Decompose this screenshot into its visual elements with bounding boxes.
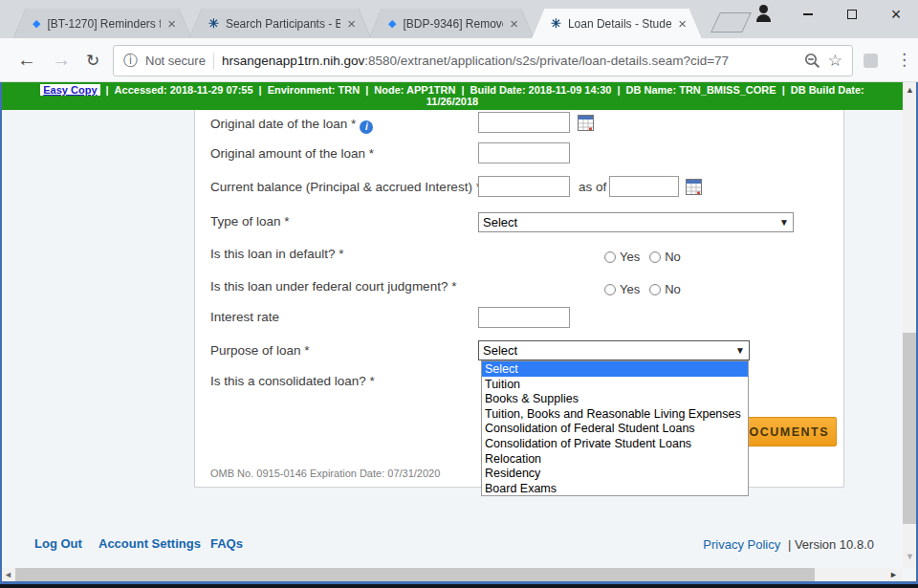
bmiss-favicon: ✳ bbox=[551, 16, 561, 31]
reload-icon[interactable]: ↻ bbox=[86, 51, 99, 71]
type-of-loan-select[interactable]: Select ▼ bbox=[478, 212, 794, 232]
tab-close-icon[interactable]: × bbox=[347, 16, 356, 31]
version-text: | Version 10.8.0 bbox=[788, 537, 874, 552]
calendar-icon[interactable] bbox=[578, 115, 594, 131]
original-amount-label: Original amount of the loan * bbox=[210, 146, 374, 161]
purpose-value: Select bbox=[483, 343, 517, 358]
forward-icon[interactable]: → bbox=[52, 49, 71, 71]
type-of-loan-value: Select bbox=[483, 215, 517, 229]
back-icon[interactable]: ← bbox=[17, 49, 36, 71]
zoom-out-icon[interactable] bbox=[804, 53, 820, 69]
url-text[interactable]: hrsangenapp1trn.nih.gov:8580/extranet/ap… bbox=[222, 54, 797, 68]
dropdown-option[interactable]: Consolidation of Federal Student Loans bbox=[482, 421, 748, 436]
address-bar[interactable]: ⓘ Not secure hrsangenapp1trn.nih.gov:858… bbox=[113, 45, 853, 76]
dropdown-option[interactable]: Relocation bbox=[482, 451, 748, 467]
banner-separator: | bbox=[782, 84, 785, 96]
tab-close-icon[interactable]: × bbox=[678, 16, 687, 31]
window-minimize-button[interactable] bbox=[786, 0, 830, 29]
dropdown-option[interactable]: Consolidation of Private Student Loans bbox=[482, 436, 748, 451]
banner-accessed: Accessed: 2018-11-29 07:55 bbox=[115, 84, 253, 96]
minimize-icon bbox=[803, 13, 813, 15]
omb-note: OMB No. 0915-0146 Expiration Date: 07/31… bbox=[210, 468, 440, 479]
omnibox-divider bbox=[213, 53, 214, 70]
scroll-down-icon[interactable]: ▼ bbox=[906, 553, 914, 561]
tab-title: Search Participants - BMI bbox=[226, 17, 340, 31]
logout-link[interactable]: Log Out bbox=[34, 536, 82, 551]
tab-search-participants[interactable]: ✳ Search Participants - BMI × bbox=[189, 9, 371, 38]
as-of-date-input[interactable] bbox=[609, 176, 679, 197]
horizontal-scrollbar-thumb[interactable] bbox=[15, 568, 815, 581]
bookmark-star-icon[interactable]: ☆ bbox=[828, 51, 842, 71]
tab-bt1270[interactable]: ◆ [BT-1270] Reminders for × bbox=[13, 9, 191, 38]
calendar-icon[interactable] bbox=[686, 179, 702, 195]
url-host: hrsangenapp1trn.nih.gov bbox=[222, 54, 364, 68]
environment-banner: Easy Copy | Accessed: 2018-11-29 07:55 |… bbox=[2, 82, 903, 110]
security-label[interactable]: Not secure bbox=[145, 54, 206, 68]
footer-right: Privacy Policy | Version 10.8.0 bbox=[703, 537, 874, 552]
close-icon: × bbox=[891, 6, 902, 23]
chevron-down-icon: ▼ bbox=[735, 345, 745, 356]
profile-person-icon[interactable] bbox=[755, 4, 773, 21]
privacy-policy-link[interactable]: Privacy Policy bbox=[703, 537, 780, 552]
in-default-radio-group: YesNo bbox=[604, 248, 690, 265]
tab-title: [BDP-9346] Remove link bbox=[403, 17, 503, 31]
window-maximize-button[interactable] bbox=[830, 0, 874, 29]
in-default-yes-radio[interactable] bbox=[604, 251, 616, 263]
banner-db-build-date-value: 11/26/2018 bbox=[426, 96, 478, 107]
current-balance-input[interactable] bbox=[478, 176, 570, 197]
scroll-left-icon[interactable]: ◄ bbox=[4, 571, 12, 579]
original-amount-input[interactable] bbox=[478, 142, 570, 163]
banner-environment: Environment: TRN bbox=[268, 84, 361, 96]
banner-separator: | bbox=[259, 84, 262, 96]
window-close-button[interactable]: × bbox=[874, 0, 918, 29]
consolidated-label: Is this a consolidated loan? * bbox=[210, 374, 375, 388]
info-icon[interactable]: ⓘ bbox=[123, 52, 138, 70]
dropdown-option[interactable]: Residency bbox=[482, 466, 748, 481]
dropdown-option[interactable]: Tuition, Books and Reasonable Living Exp… bbox=[482, 406, 748, 422]
yes-label: Yes bbox=[620, 250, 640, 264]
purpose-label: Purpose of loan * bbox=[210, 343, 310, 358]
extension-icon[interactable] bbox=[863, 54, 878, 68]
banner-separator: | bbox=[461, 84, 464, 96]
current-balance-label: Current balance (Principal & accrued Int… bbox=[210, 180, 481, 194]
browser-window: ◆ [BT-1270] Reminders for × ✳ Search Par… bbox=[0, 0, 918, 588]
faqs-link[interactable]: FAQs bbox=[210, 536, 243, 551]
scroll-right-icon[interactable]: ► bbox=[889, 571, 898, 579]
maximize-icon bbox=[847, 10, 857, 19]
jira-favicon: ◆ bbox=[33, 17, 40, 30]
easy-copy-link[interactable]: Easy Copy bbox=[40, 84, 99, 96]
in-default-no-radio[interactable] bbox=[649, 251, 661, 263]
purpose-dropdown-list: Select Tuition Books & Supplies Tuition,… bbox=[481, 360, 749, 496]
dropdown-option[interactable]: Tuition bbox=[482, 377, 748, 392]
purpose-select[interactable]: Select ▼ bbox=[478, 340, 750, 360]
banner-build-date: Build Date: 2018-11-09 14:30 bbox=[470, 84, 612, 96]
info-tooltip-icon[interactable]: i bbox=[360, 120, 373, 134]
browser-menu-icon[interactable]: ⋮ bbox=[896, 50, 912, 70]
interest-rate-label: Interest rate bbox=[210, 310, 279, 324]
no-label: No bbox=[665, 250, 681, 264]
original-date-label: Original date of the loan *i bbox=[210, 117, 373, 134]
in-default-label: Is this loan in default? * bbox=[210, 247, 344, 261]
vertical-scrollbar-thumb[interactable] bbox=[903, 333, 916, 524]
chevron-down-icon: ▼ bbox=[779, 217, 789, 228]
type-of-loan-label: Type of loan * bbox=[210, 214, 290, 229]
court-judgment-yes-radio[interactable] bbox=[604, 284, 616, 295]
banner-db-name: DB Name: TRN_BMISS_CORE bbox=[626, 84, 776, 96]
dropdown-option[interactable]: Select bbox=[482, 361, 748, 377]
court-judgment-no-radio[interactable] bbox=[649, 284, 661, 295]
tab-bdp9346[interactable]: ◆ [BDP-9346] Remove link × bbox=[369, 9, 534, 38]
tab-close-icon[interactable]: × bbox=[167, 16, 176, 31]
dropdown-option[interactable]: Books & Supplies bbox=[482, 391, 748, 406]
scroll-up-icon[interactable]: ▲ bbox=[906, 86, 914, 95]
banner-node: Node: APP1TRN bbox=[374, 84, 455, 96]
interest-rate-input[interactable] bbox=[478, 307, 570, 328]
banner-db-build-date-label: DB Build Date: bbox=[791, 84, 864, 96]
dropdown-option[interactable]: Board Exams bbox=[482, 481, 748, 496]
bmiss-favicon: ✳ bbox=[208, 16, 219, 31]
tab-loan-details-active[interactable]: ✳ Loan Details - Students t × bbox=[532, 9, 702, 38]
jira-favicon: ◆ bbox=[388, 17, 396, 30]
yes-label: Yes bbox=[620, 282, 640, 296]
original-date-input[interactable] bbox=[478, 112, 570, 133]
account-settings-link[interactable]: Account Settings bbox=[98, 536, 201, 551]
tab-close-icon[interactable]: × bbox=[510, 16, 518, 31]
